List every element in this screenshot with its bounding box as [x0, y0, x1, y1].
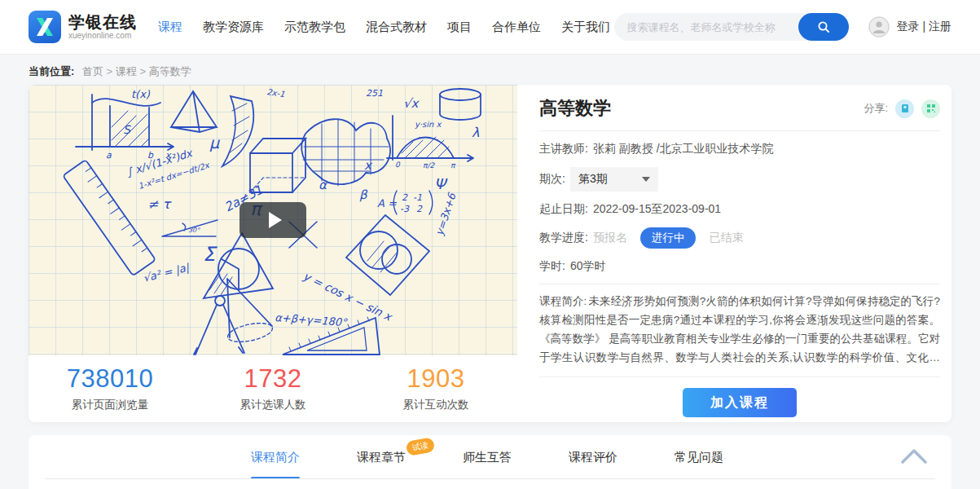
back-to-top-button[interactable]	[899, 446, 929, 469]
svg-text:30°: 30°	[188, 227, 200, 234]
nav-item[interactable]: 混合式教材	[366, 20, 427, 35]
teacher-label: 主讲教师:	[539, 142, 588, 156]
svg-text:√x: √x	[403, 96, 420, 111]
svg-text:-3: -3	[400, 204, 410, 214]
logo-x-icon	[34, 16, 55, 37]
svg-text:λ: λ	[472, 125, 479, 140]
svg-text:α: α	[319, 178, 327, 192]
course-video-player[interactable]: t(x) S a b x μ ∫ x/√(1-x²)dx 1-x²=t dx=−…	[29, 85, 517, 355]
breadcrumb-item[interactable]: 首页	[82, 65, 103, 77]
svg-text:t(x): t(x)	[131, 88, 151, 100]
course-info-panel: 高等数学 分享: 主讲	[539, 96, 940, 417]
term-select[interactable]: 第3期	[570, 167, 658, 192]
svg-text:S: S	[123, 123, 131, 136]
date-value: 2022-09-15至2023-09-01	[593, 202, 721, 217]
play-button[interactable]	[240, 202, 306, 238]
breadcrumb-item: 高等数学	[149, 65, 191, 77]
join-course-button[interactable]: 加入课程	[683, 388, 797, 417]
logo-mark-icon	[29, 11, 61, 43]
svg-text:A =: A =	[377, 197, 397, 209]
course-tabs: 课程简介课程章节试读师生互答课程评价常见问题	[29, 435, 951, 479]
search-input[interactable]	[614, 13, 795, 41]
teacher-value: 张莉 副教授 /北京工业职业技术学院	[593, 142, 774, 156]
user-avatar	[868, 16, 890, 37]
svg-text:2: 2	[416, 204, 423, 214]
teacher-row: 主讲教师: 张莉 副教授 /北京工业职业技术学院	[539, 142, 940, 156]
person-circle-icon	[868, 16, 890, 37]
intro-label: 课程简介:	[539, 295, 587, 307]
stat-item: 1903累计互动次数	[355, 364, 516, 422]
svg-text:251: 251	[366, 88, 383, 99]
logo-text: 学银在线 xueyinonline.com	[68, 13, 137, 41]
tab-label: 课程章节	[357, 450, 406, 465]
term-label: 期次:	[539, 172, 565, 187]
qr-code-icon[interactable]	[921, 99, 940, 118]
progress-states: 预报名进行中已结束	[593, 227, 744, 249]
stat-value: 1732	[192, 364, 354, 394]
stat-value: 738010	[29, 364, 191, 394]
trial-badge: 试读	[406, 437, 436, 456]
chevron-up-icon	[899, 446, 929, 465]
site-domain: xueyinonline.com	[68, 31, 137, 41]
divider	[539, 377, 940, 377]
progress-label: 教学进度:	[539, 231, 588, 245]
doc-share-icon[interactable]	[895, 99, 914, 118]
progress-row: 教学进度: 预报名进行中已结束	[539, 227, 940, 249]
tab-label: 课程评价	[569, 450, 617, 465]
nav-item[interactable]: 关于我们	[561, 20, 610, 35]
stat-label: 累计页面浏览量	[29, 398, 191, 412]
top-header: 学银在线 xueyinonline.com 课程教学资源库示范教学包混合式教材项…	[0, 0, 980, 55]
share-area: 分享:	[864, 99, 940, 118]
search-button[interactable]	[798, 13, 849, 41]
main-nav: 课程教学资源库示范教学包混合式教材项目合作单位关于我们	[158, 20, 610, 35]
nav-item[interactable]: 项目	[447, 20, 472, 35]
tab-item[interactable]: 课程评价	[569, 435, 617, 479]
share-label: 分享:	[864, 101, 888, 116]
course-tabs-card: 课程简介课程章节试读师生互答课程评价常见问题	[29, 435, 951, 489]
divider	[539, 130, 940, 131]
tab-item[interactable]: 课程简介	[251, 435, 300, 479]
tab-label: 师生互答	[463, 450, 512, 465]
hours-value: 60学时	[570, 259, 606, 274]
caret-down-icon	[642, 177, 650, 182]
date-row: 起止日期: 2022-09-15至2023-09-01	[539, 202, 940, 217]
tab-item[interactable]: 师生互答	[463, 435, 512, 479]
svg-text:μ: μ	[209, 134, 220, 152]
stat-item: 738010累计页面浏览量	[29, 364, 191, 422]
stat-label: 累计互动次数	[355, 398, 516, 412]
breadcrumb-label: 当前位置:	[29, 65, 74, 77]
nav-item[interactable]: 教学资源库	[203, 20, 264, 35]
breadcrumb-item[interactable]: 课程	[116, 65, 137, 77]
svg-text:π/2: π/2	[423, 161, 435, 170]
svg-text:β: β	[359, 187, 368, 202]
svg-text:y·sin x: y·sin x	[415, 120, 442, 130]
progress-state[interactable]: 已结束	[709, 231, 743, 245]
svg-text:≠ τ: ≠ τ	[147, 196, 172, 212]
term-row: 期次: 第3期	[539, 167, 940, 192]
progress-state[interactable]: 预报名	[593, 231, 627, 245]
tab-item[interactable]: 课程章节试读	[357, 435, 406, 479]
site-logo[interactable]: 学银在线 xueyinonline.com	[29, 11, 137, 43]
breadcrumb: 当前位置: 首页 > 课程 > 高等数学	[29, 64, 191, 79]
svg-text:-1: -1	[413, 192, 422, 203]
breadcrumb-trail: 首页 > 课程 > 高等数学	[82, 65, 191, 77]
nav-item[interactable]: 示范教学包	[284, 20, 345, 35]
stat-label: 累计选课人数	[192, 398, 354, 412]
site-name: 学银在线	[68, 13, 137, 31]
term-value: 第3期	[578, 172, 608, 187]
nav-item[interactable]: 合作单位	[492, 20, 541, 35]
tab-item[interactable]: 常见问题	[675, 435, 723, 479]
breadcrumb-separator: >	[137, 65, 149, 77]
hours-label: 学时:	[539, 259, 565, 274]
svg-text:a: a	[106, 150, 112, 161]
tab-label: 课程简介	[251, 450, 300, 465]
course-intro: 课程简介:未来经济形势如何预测?火箭的体积如何计算?导弹如何保持稳定的飞行?核算…	[539, 292, 940, 367]
date-label: 起止日期:	[539, 202, 588, 217]
hours-row: 学时: 60学时	[539, 259, 940, 274]
progress-state[interactable]: 进行中	[640, 227, 697, 249]
course-card: t(x) S a b x μ ∫ x/√(1-x²)dx 1-x²=t dx=−…	[29, 85, 951, 422]
nav-item[interactable]: 课程	[158, 20, 182, 35]
stat-value: 1903	[355, 364, 516, 394]
auth-area[interactable]: 登录 | 注册	[868, 16, 951, 37]
login-register-link[interactable]: 登录 | 注册	[897, 20, 951, 34]
